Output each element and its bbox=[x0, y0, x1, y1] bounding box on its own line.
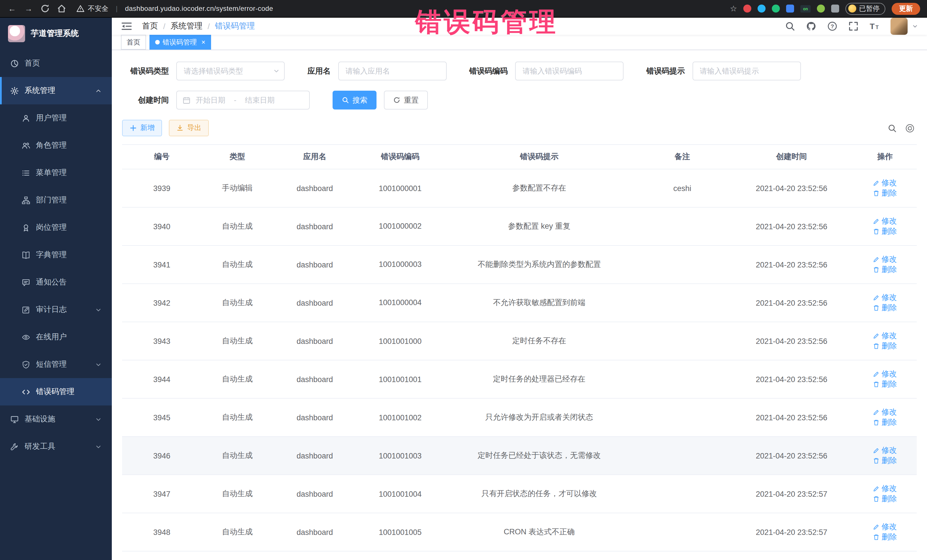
home-icon[interactable] bbox=[56, 3, 67, 14]
sidebar-item-system[interactable]: 系统管理 bbox=[0, 77, 112, 104]
sidebar-toggle-button[interactable] bbox=[121, 21, 132, 31]
error-code-input[interactable] bbox=[515, 62, 623, 80]
table-row: 3948 自动生成 dashboard 1001001005 CRON 表达式不… bbox=[122, 513, 917, 551]
paused-badge[interactable]: 已暂停 bbox=[845, 3, 885, 15]
sidebar-item-menus[interactable]: 菜单管理 bbox=[0, 159, 112, 187]
error-type-input[interactable] bbox=[176, 62, 285, 80]
sidebar-item-roles[interactable]: 角色管理 bbox=[0, 132, 112, 159]
table-tools bbox=[887, 123, 917, 133]
delete-link[interactable]: 删除 bbox=[873, 379, 897, 390]
edit-link[interactable]: 修改 bbox=[873, 293, 897, 303]
search-icon[interactable] bbox=[785, 21, 795, 31]
range-separator: - bbox=[234, 96, 237, 104]
proxy-on-icon[interactable]: on bbox=[800, 5, 811, 12]
cell-remark bbox=[635, 398, 730, 437]
delete-link[interactable]: 删除 bbox=[873, 265, 897, 275]
update-button[interactable]: 更新 bbox=[892, 3, 920, 15]
cell-ops: 修改删除 bbox=[853, 322, 917, 360]
error-type-select[interactable] bbox=[176, 62, 285, 80]
edit-link[interactable]: 修改 bbox=[873, 216, 897, 226]
forward-icon[interactable]: → bbox=[23, 3, 33, 14]
sidebar-item-error-codes[interactable]: 错误码管理 bbox=[0, 378, 112, 405]
table-refresh-icon[interactable] bbox=[905, 123, 915, 133]
sidebar-item-infrastructure[interactable]: 基础设施 bbox=[0, 405, 112, 433]
reload-icon[interactable] bbox=[40, 3, 50, 14]
tab-home[interactable]: 首页 bbox=[121, 35, 146, 50]
export-button[interactable]: 导出 bbox=[169, 120, 209, 136]
search-button[interactable]: 搜索 bbox=[333, 91, 377, 109]
error-hint-input[interactable] bbox=[692, 62, 801, 80]
sidebar-item-online-users[interactable]: 在线用户 bbox=[0, 323, 112, 351]
grid-icon[interactable] bbox=[786, 5, 794, 12]
leaf-icon[interactable] bbox=[817, 5, 825, 12]
org-tree-icon bbox=[22, 196, 30, 205]
sidebar-item-notices[interactable]: 通知公告 bbox=[0, 269, 112, 296]
back-icon[interactable]: ← bbox=[7, 3, 17, 14]
chevron-down-icon[interactable] bbox=[912, 23, 918, 29]
sidebar-item-departments[interactable]: 部门管理 bbox=[0, 187, 112, 214]
delete-link[interactable]: 删除 bbox=[873, 226, 897, 237]
app-logo[interactable]: 芋道管理系统 bbox=[0, 18, 112, 50]
sidebar-item-dictionary[interactable]: 字典管理 bbox=[0, 241, 112, 269]
trash-icon bbox=[873, 381, 880, 388]
divider: | bbox=[116, 5, 117, 12]
avatar[interactable] bbox=[891, 18, 907, 35]
edit-link[interactable]: 修改 bbox=[873, 178, 897, 188]
adblock-icon[interactable] bbox=[743, 5, 751, 12]
sidebar-item-positions[interactable]: 岗位管理 bbox=[0, 214, 112, 241]
sidebar-item-sms[interactable]: 短信管理 bbox=[0, 351, 112, 378]
sidebar-item-dev-tools[interactable]: 研发工具 bbox=[0, 433, 112, 460]
delete-link[interactable]: 删除 bbox=[873, 341, 897, 351]
edit-link[interactable]: 修改 bbox=[873, 369, 897, 379]
pencil-icon bbox=[873, 218, 880, 225]
pin-icon[interactable] bbox=[758, 5, 766, 12]
header-time: 创建时间 bbox=[730, 144, 853, 169]
close-icon[interactable]: × bbox=[201, 38, 205, 46]
cell-app: dashboard bbox=[273, 246, 357, 284]
edit-link[interactable]: 修改 bbox=[873, 407, 897, 417]
security-indicator[interactable]: 不安全 bbox=[76, 4, 108, 14]
url-text[interactable]: dashboard.yudao.iocoder.cn/system/error-… bbox=[125, 5, 273, 12]
app-name-input[interactable] bbox=[338, 62, 447, 80]
delete-link[interactable]: 删除 bbox=[873, 417, 897, 428]
bookmark-star-icon[interactable]: ☆ bbox=[730, 4, 737, 13]
breadcrumb-system[interactable]: 系统管理 bbox=[170, 21, 202, 31]
fullscreen-icon[interactable] bbox=[848, 21, 859, 31]
delete-link[interactable]: 删除 bbox=[873, 303, 897, 313]
edit-link[interactable]: 修改 bbox=[873, 522, 897, 532]
font-size-icon[interactable]: TT bbox=[869, 21, 880, 31]
delete-link[interactable]: 删除 bbox=[873, 456, 897, 466]
delete-link[interactable]: 删除 bbox=[873, 188, 897, 199]
sidebar-item-users[interactable]: 用户管理 bbox=[0, 104, 112, 132]
sidebar-item-label: 通知公告 bbox=[36, 277, 67, 287]
delete-link[interactable]: 删除 bbox=[873, 532, 897, 542]
reset-button[interactable]: 重置 bbox=[384, 91, 428, 109]
puzzle-icon[interactable] bbox=[831, 5, 839, 12]
tab-error-codes[interactable]: 错误码管理 × bbox=[149, 35, 211, 50]
devtools-icon[interactable] bbox=[772, 5, 780, 12]
cell-app: dashboard bbox=[273, 207, 357, 246]
sidebar-item-audit-log[interactable]: 审计日志 bbox=[0, 296, 112, 323]
sidebar-item-label: 研发工具 bbox=[24, 442, 55, 452]
cell-time: 2021-04-20 23:52:56 bbox=[730, 169, 853, 207]
add-button[interactable]: 新增 bbox=[122, 120, 162, 136]
breadcrumb-home[interactable]: 首页 bbox=[142, 21, 158, 31]
edit-link[interactable]: 修改 bbox=[873, 445, 897, 456]
svg-text:T: T bbox=[875, 24, 878, 30]
cell-id: 3942 bbox=[122, 284, 202, 322]
cell-remark bbox=[635, 437, 730, 475]
edit-link[interactable]: 修改 bbox=[873, 484, 897, 494]
edit-link[interactable]: 修改 bbox=[873, 254, 897, 265]
github-icon[interactable] bbox=[806, 21, 816, 31]
delete-link[interactable]: 删除 bbox=[873, 494, 897, 504]
trash-icon bbox=[873, 496, 880, 502]
cell-type: 自动生成 bbox=[202, 513, 273, 551]
edit-link[interactable]: 修改 bbox=[873, 331, 897, 341]
date-range-picker[interactable]: 开始日期 - 结束日期 bbox=[176, 91, 310, 109]
table-search-icon[interactable] bbox=[887, 123, 897, 133]
sidebar-item-home[interactable]: 首页 bbox=[0, 50, 112, 77]
filter-row-1: 错误码类型 应用名 错误码编码 bbox=[122, 62, 917, 80]
sidebar-item-label: 基础设施 bbox=[24, 414, 55, 424]
help-icon[interactable]: ? bbox=[827, 21, 837, 31]
cell-code: 1001000002 bbox=[357, 207, 444, 246]
